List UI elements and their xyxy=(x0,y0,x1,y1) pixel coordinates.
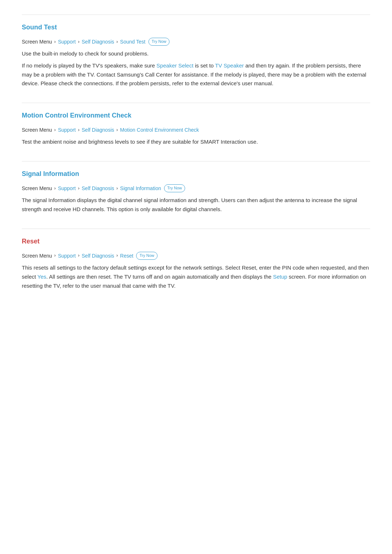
breadcrumb-separator-10: › xyxy=(54,252,56,259)
yes-link[interactable]: Yes xyxy=(37,274,46,280)
breadcrumb-screen-menu-2: Screen Menu xyxy=(22,126,52,134)
motion-control-para-1: Test the ambient noise and brightness le… xyxy=(22,138,370,147)
breadcrumb-screen-menu-4: Screen Menu xyxy=(22,252,52,260)
breadcrumb-self-diagnosis-4[interactable]: Self Diagnosis xyxy=(82,252,114,260)
signal-information-para-1: The signal Information displays the digi… xyxy=(22,196,370,214)
tv-speaker-link[interactable]: TV Speaker xyxy=(215,62,244,69)
breadcrumb-separator-9: › xyxy=(117,185,118,192)
try-now-badge-sound[interactable]: Try Now xyxy=(148,38,170,46)
breadcrumb-self-diagnosis[interactable]: Self Diagnosis xyxy=(82,38,114,46)
signal-information-section: Signal Information Screen Menu › Support… xyxy=(22,161,370,214)
breadcrumb-sound-test[interactable]: Sound Test xyxy=(120,38,146,46)
sound-test-para-1: Use the built-in melody to check for sou… xyxy=(22,49,370,58)
breadcrumb-separator-4: › xyxy=(54,126,56,134)
breadcrumb-separator-12: › xyxy=(117,252,118,259)
setup-link[interactable]: Setup xyxy=(273,274,287,280)
breadcrumb-motion-control[interactable]: Motion Control Environment Check xyxy=(120,126,199,134)
reset-section: Reset Screen Menu › Support › Self Diagn… xyxy=(22,229,370,290)
motion-control-section: Motion Control Environment Check Screen … xyxy=(22,103,370,147)
motion-control-breadcrumb: Screen Menu › Support › Self Diagnosis ›… xyxy=(22,126,370,134)
breadcrumb-separator-5: › xyxy=(78,126,79,134)
breadcrumb-support[interactable]: Support xyxy=(58,38,76,46)
reset-title: Reset xyxy=(22,236,370,247)
breadcrumb-reset[interactable]: Reset xyxy=(120,252,134,260)
breadcrumb-support-3[interactable]: Support xyxy=(58,184,76,192)
breadcrumb-separator-8: › xyxy=(78,185,79,192)
signal-information-title: Signal Information xyxy=(22,169,370,179)
breadcrumb-screen-menu: Screen Menu xyxy=(22,38,52,46)
breadcrumb-signal-information[interactable]: Signal Information xyxy=(120,184,161,192)
breadcrumb-separator-6: › xyxy=(117,126,118,134)
breadcrumb-separator-7: › xyxy=(54,185,56,192)
speaker-select-link[interactable]: Speaker Select xyxy=(156,62,193,69)
reset-breadcrumb: Screen Menu › Support › Self Diagnosis ›… xyxy=(22,252,370,260)
try-now-badge-signal[interactable]: Try Now xyxy=(164,184,185,192)
breadcrumb-separator-1: › xyxy=(54,38,56,46)
try-now-badge-reset[interactable]: Try Now xyxy=(136,252,158,260)
breadcrumb-support-2[interactable]: Support xyxy=(58,126,76,134)
reset-para-1: This resets all settings to the factory … xyxy=(22,263,370,290)
breadcrumb-separator-2: › xyxy=(78,38,79,46)
breadcrumb-self-diagnosis-2[interactable]: Self Diagnosis xyxy=(82,126,114,134)
breadcrumb-separator-3: › xyxy=(117,38,118,46)
sound-test-title: Sound Test xyxy=(22,22,370,33)
sound-test-section: Sound Test Screen Menu › Support › Self … xyxy=(22,15,370,88)
sound-test-breadcrumb: Screen Menu › Support › Self Diagnosis ›… xyxy=(22,38,370,46)
breadcrumb-screen-menu-3: Screen Menu xyxy=(22,184,52,192)
motion-control-title: Motion Control Environment Check xyxy=(22,110,370,121)
breadcrumb-self-diagnosis-3[interactable]: Self Diagnosis xyxy=(82,184,114,192)
breadcrumb-separator-11: › xyxy=(78,252,79,259)
signal-information-breadcrumb: Screen Menu › Support › Self Diagnosis ›… xyxy=(22,184,370,192)
breadcrumb-support-4[interactable]: Support xyxy=(58,252,76,260)
sound-test-para-2: If no melody is played by the TV's speak… xyxy=(22,61,370,88)
